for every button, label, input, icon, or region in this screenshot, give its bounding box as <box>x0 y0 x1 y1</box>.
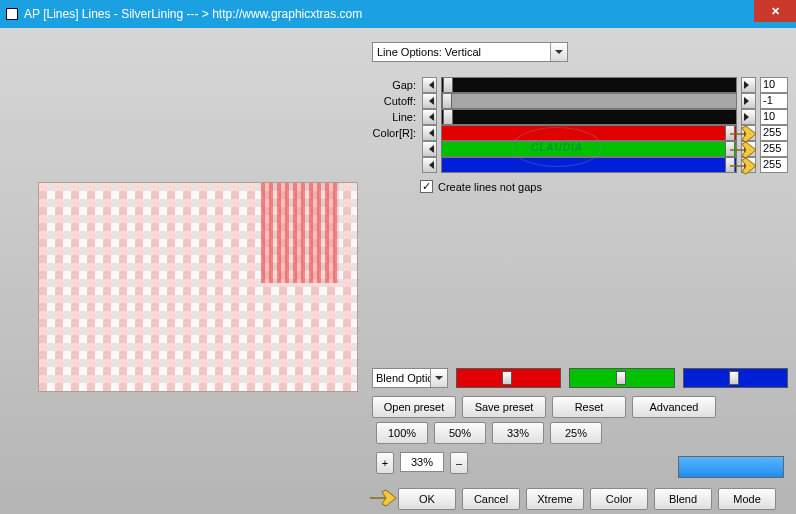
color-b-value[interactable]: 255 <box>760 157 788 173</box>
blend-options-label: Blend Option <box>373 372 430 384</box>
color-r-dec-button[interactable] <box>422 125 437 141</box>
close-button[interactable]: ✕ <box>754 0 796 22</box>
chevron-down-icon <box>555 50 563 58</box>
gap-slider-track[interactable] <box>441 77 737 93</box>
color-r-label: Color[R]: <box>372 127 418 139</box>
gap-dec-button[interactable] <box>422 77 437 93</box>
color-g-slider-track[interactable] <box>441 141 737 157</box>
dropdown-arrow-button[interactable] <box>550 43 567 61</box>
reset-button[interactable]: Reset <box>552 396 626 418</box>
close-icon: ✕ <box>771 5 780 18</box>
slider-group: Gap: 10 Cutoff: -1 Line: <box>372 76 788 172</box>
blend-options-row: Blend Option <box>372 368 788 388</box>
ok-button[interactable]: OK <box>398 488 456 510</box>
zoom-33-button[interactable]: 33% <box>492 422 544 444</box>
preview-dense <box>261 183 339 283</box>
cancel-button[interactable]: Cancel <box>462 488 520 510</box>
gap-label: Gap: <box>372 79 418 91</box>
cutoff-slider-thumb[interactable] <box>442 93 452 109</box>
arrow-right-icon <box>744 113 753 121</box>
zoom-50-button[interactable]: 50% <box>434 422 486 444</box>
color-g-dec-button[interactable] <box>422 141 437 157</box>
app-icon <box>6 8 18 20</box>
color-button[interactable]: Color <box>590 488 648 510</box>
arrow-left-icon <box>425 97 434 105</box>
line-options-label: Line Options: Vertical <box>373 46 550 58</box>
window-title: AP [Lines] Lines - SilverLining --- > ht… <box>24 7 754 21</box>
zoom-out-button[interactable]: – <box>450 452 468 474</box>
open-preset-button[interactable]: Open preset <box>372 396 456 418</box>
line-options-dropdown[interactable]: Line Options: Vertical <box>372 42 568 62</box>
blend-blue-slider[interactable] <box>683 368 788 388</box>
gap-inc-button[interactable] <box>741 77 756 93</box>
arrow-left-icon <box>425 113 434 121</box>
gap-value[interactable]: 10 <box>760 77 788 93</box>
line-slider-track[interactable] <box>441 109 737 125</box>
plugin-dialog: AP [Lines] Lines - SilverLining --- > ht… <box>0 0 796 514</box>
line-value[interactable]: 10 <box>760 109 788 125</box>
gap-row: Gap: 10 <box>372 76 788 93</box>
mode-button[interactable]: Mode <box>718 488 776 510</box>
arrow-left-icon <box>425 161 434 169</box>
zoom-in-button[interactable]: + <box>376 452 394 474</box>
cutoff-slider-track[interactable] <box>441 93 737 109</box>
slider-thumb[interactable] <box>502 371 512 385</box>
titlebar: AP [Lines] Lines - SilverLining --- > ht… <box>0 0 796 28</box>
line-slider-thumb[interactable] <box>443 109 453 125</box>
xtreme-button[interactable]: Xtreme <box>526 488 584 510</box>
create-lines-label: Create lines not gaps <box>438 181 542 193</box>
cutoff-inc-button[interactable] <box>741 93 756 109</box>
zoom-25-button[interactable]: 25% <box>550 422 602 444</box>
pointer-hand-icon <box>728 154 758 178</box>
blend-button[interactable]: Blend <box>654 488 712 510</box>
dropdown-arrow-button[interactable] <box>430 369 447 387</box>
zoom-value[interactable]: 33% <box>400 452 444 472</box>
controls-panel: Line Options: Vertical Gap: 10 Cutoff: -… <box>372 42 788 508</box>
cutoff-value[interactable]: -1 <box>760 93 788 109</box>
arrow-right-icon <box>744 81 753 89</box>
cutoff-dec-button[interactable] <box>422 93 437 109</box>
line-label: Line: <box>372 111 418 123</box>
cutoff-row: Cutoff: -1 <box>372 92 788 109</box>
arrow-right-icon <box>744 97 753 105</box>
color-r-value[interactable]: 255 <box>760 125 788 141</box>
preview-canvas <box>38 182 358 392</box>
slider-thumb[interactable] <box>616 371 626 385</box>
color-swatch[interactable] <box>678 456 784 478</box>
save-preset-button[interactable]: Save preset <box>462 396 546 418</box>
line-dec-button[interactable] <box>422 109 437 125</box>
cutoff-label: Cutoff: <box>372 95 418 107</box>
arrow-left-icon <box>425 129 434 137</box>
color-b-dec-button[interactable] <box>422 157 437 173</box>
blend-red-slider[interactable] <box>456 368 561 388</box>
arrow-left-icon <box>425 81 434 89</box>
zoom-100-button[interactable]: 100% <box>376 422 428 444</box>
blend-options-dropdown[interactable]: Blend Option <box>372 368 448 388</box>
create-lines-checkbox-row: ✓ Create lines not gaps <box>420 180 542 193</box>
gap-slider-thumb[interactable] <box>443 77 453 93</box>
color-g-row: 255 <box>372 140 788 157</box>
arrow-left-icon <box>425 145 434 153</box>
create-lines-checkbox[interactable]: ✓ <box>420 180 433 193</box>
color-g-value[interactable]: 255 <box>760 141 788 157</box>
pointer-hand-icon <box>368 486 398 510</box>
color-r-slider-track[interactable] <box>441 125 737 141</box>
color-b-row: 255 <box>372 156 788 173</box>
color-r-row: Color[R]: 255 <box>372 124 788 141</box>
check-icon: ✓ <box>422 180 431 193</box>
color-b-slider-track[interactable] <box>441 157 737 173</box>
advanced-button[interactable]: Advanced <box>632 396 716 418</box>
slider-thumb[interactable] <box>729 371 739 385</box>
blend-green-slider[interactable] <box>569 368 674 388</box>
line-row: Line: 10 <box>372 108 788 125</box>
chevron-down-icon <box>435 376 443 384</box>
